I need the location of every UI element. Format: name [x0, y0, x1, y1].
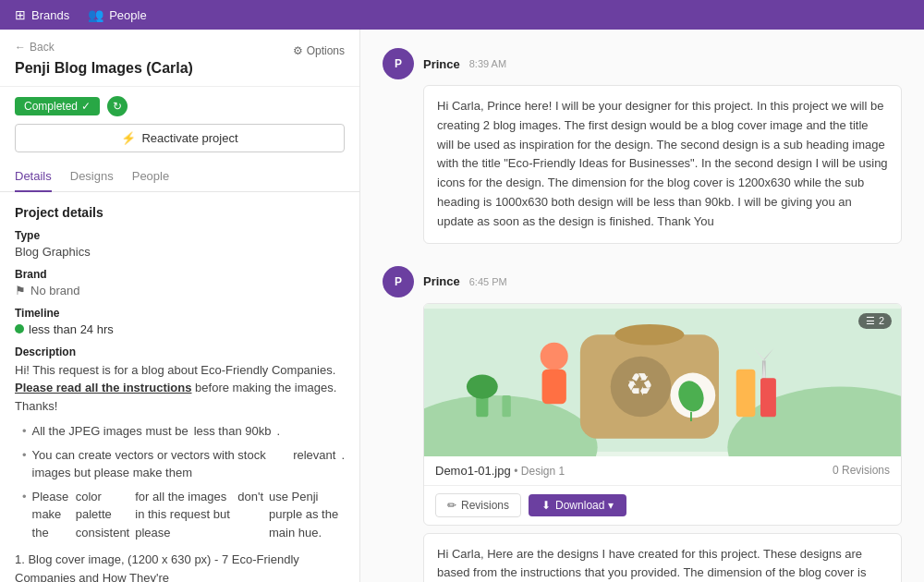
message-header: P Prince 8:39 AM — [383, 48, 902, 79]
details-content: Project details Type Blog Graphics Brand… — [0, 192, 359, 582]
design-message-text: Hi Carla, Here are the designs I have cr… — [423, 533, 902, 582]
message-block: P Prince 8:39 AM Hi Carla, Prince here! … — [383, 48, 902, 244]
type-label: Type — [15, 229, 345, 242]
nav-people[interactable]: 👥 People — [88, 7, 146, 22]
svg-rect-20 — [502, 394, 510, 416]
message-time: 8:39 AM — [469, 58, 506, 69]
bullet-list: All the JPEG images must be less than 90… — [15, 422, 345, 541]
bullet-bold2: don't — [237, 488, 263, 506]
design-filename: Demo1-01.jpg • Design 1 — [435, 464, 565, 478]
svg-point-8 — [614, 324, 684, 346]
refresh-button[interactable]: ↻ — [107, 96, 128, 116]
timeline-value: less than 24 hrs — [15, 322, 345, 336]
status-badge: Completed ✓ — [15, 97, 100, 115]
svg-text:♻: ♻ — [626, 366, 653, 401]
svg-rect-14 — [736, 369, 756, 417]
bullet-bold: relevant — [293, 446, 335, 465]
flag-icon: ⚑ — [15, 284, 26, 297]
timeline-text: less than 24 hrs — [29, 322, 114, 336]
project-title: Penji Blog Images (Carla) — [15, 59, 193, 79]
tab-designs[interactable]: Designs — [70, 162, 114, 192]
nav-people-label: People — [109, 8, 146, 22]
design-badge: ☰ 2 — [858, 313, 892, 329]
download-btn-label: Download ▾ — [555, 499, 614, 512]
sidebar-header: ← Back Penji Blog Images (Carla) ⚙ Optio… — [0, 30, 359, 87]
revisions-btn-label: Revisions — [461, 499, 509, 512]
design-actions: ✏ Revisions ⬇ Download ▾ — [424, 486, 901, 525]
design-message-header: P Prince 6:45 PM — [383, 266, 902, 297]
project-details-heading: Project details — [15, 205, 345, 220]
desc-intro: Hi! This request is for a blog about Eco… — [15, 363, 335, 377]
bullet-item: Please make the color palette consistent… — [15, 488, 345, 542]
description-text: Hi! This request is for a blog about Eco… — [15, 361, 345, 416]
bullet-bold: less than 90kb — [194, 422, 272, 441]
avatar: P — [383, 266, 414, 297]
no-brand-value: ⚑ No brand — [15, 284, 345, 297]
svg-point-19 — [467, 374, 498, 398]
options-label: Options — [307, 44, 345, 57]
design-message-time: 6:45 PM — [469, 276, 507, 287]
green-dot-icon — [15, 324, 24, 333]
revisions-button[interactable]: ✏ Revisions — [435, 493, 521, 517]
top-navigation: ⊞ Brands 👥 People — [0, 0, 924, 30]
avatar: P — [383, 48, 414, 79]
svg-point-16 — [541, 342, 568, 370]
brands-icon: ⊞ — [15, 7, 26, 22]
badge-icon: ☰ — [866, 315, 875, 327]
checkmark-icon: ✓ — [81, 100, 91, 113]
back-arrow-icon: ← — [15, 41, 26, 54]
svg-rect-15 — [760, 378, 776, 417]
chat-area: P Prince 8:39 AM Hi Carla, Prince here! … — [360, 30, 924, 582]
type-value: Blog Graphics — [15, 245, 345, 259]
bullet-bold: color palette consistent — [76, 488, 130, 542]
badge-count: 2 — [879, 315, 884, 326]
message-author: Prince — [423, 57, 460, 71]
download-icon: ⬇ — [541, 499, 551, 512]
back-label: Back — [30, 41, 55, 54]
design-message-author: Prince — [423, 274, 460, 288]
tab-details[interactable]: Details — [15, 162, 52, 192]
project-tabs: Details Designs People — [0, 162, 359, 192]
gear-icon: ⚙ — [293, 44, 303, 57]
no-brand-text: No brand — [30, 284, 79, 297]
brand-label: Brand — [15, 268, 345, 281]
download-button[interactable]: ⬇ Download ▾ — [529, 494, 626, 516]
design-image-container: ♻ — [424, 304, 901, 456]
reactivate-button[interactable]: ⚡ Reactivate project — [15, 124, 345, 152]
nav-brands-label: Brands — [31, 8, 69, 22]
design-message-block: P Prince 6:45 PM — [383, 266, 902, 582]
status-label: Completed — [24, 100, 78, 113]
description-label: Description — [15, 346, 345, 358]
desc-bold: Please read all the instructions — [15, 381, 191, 394]
tab-people[interactable]: People — [132, 162, 169, 192]
status-row: Completed ✓ ↻ — [0, 87, 359, 124]
options-button[interactable]: ⚙ Options — [293, 44, 345, 57]
svg-rect-17 — [542, 369, 566, 404]
timeline-label: Timeline — [15, 307, 345, 320]
reactivate-label: Reactivate project — [141, 131, 237, 145]
sidebar: ← Back Penji Blog Images (Carla) ⚙ Optio… — [0, 30, 360, 582]
lightning-icon: ⚡ — [121, 131, 136, 145]
pencil-icon: ✏ — [447, 499, 456, 512]
design-card: ♻ — [423, 303, 902, 526]
bullet-item: All the JPEG images must be less than 90… — [15, 422, 345, 441]
message-body: Hi Carla, Prince here! I will be your de… — [423, 85, 902, 244]
bullet-item: You can create vectors or vectors with s… — [15, 446, 345, 482]
design-illustration: ♻ — [424, 304, 901, 456]
design-footer: Demo1-01.jpg • Design 1 0 Revisions — [424, 456, 901, 486]
blog-items-text: 1. Blog cover image, (1200 x 630 px) - 7… — [15, 551, 345, 582]
back-button[interactable]: ← Back — [15, 41, 193, 54]
main-layout: ← Back Penji Blog Images (Carla) ⚙ Optio… — [0, 30, 924, 582]
people-icon: 👥 — [88, 7, 103, 22]
nav-brands[interactable]: ⊞ Brands — [15, 7, 69, 22]
design-label: • Design 1 — [514, 465, 565, 478]
revisions-count: 0 Revisions — [833, 464, 890, 477]
